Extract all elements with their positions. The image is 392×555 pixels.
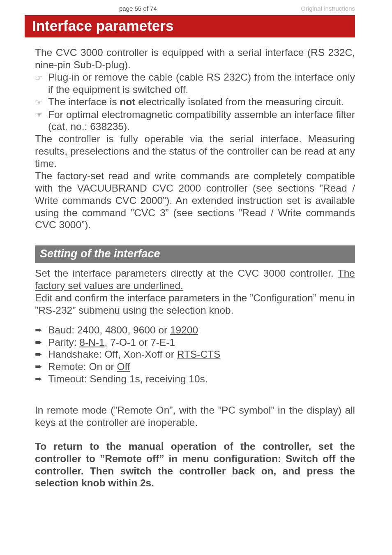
note-item: ☞ For optimal electromagnetic compatibil… <box>35 109 355 133</box>
text-fragment: electrically isolated from the measuring… <box>135 96 344 107</box>
page-header: page 55 of 74 Original instructions <box>0 0 392 14</box>
bold-paragraph: To return to the manual operation of the… <box>35 440 355 490</box>
arrow-icon: ➨ <box>35 361 48 373</box>
subsection-title: Setting of the interface <box>35 245 355 263</box>
page-indicator: page 55 of 74 <box>119 5 157 12</box>
note-item: ☞ The interface is not electrically isol… <box>35 96 355 109</box>
arrow-icon: ➨ <box>35 348 48 361</box>
arrow-icon: ➨ <box>35 324 48 336</box>
text-fragment: , 7-O-1 or 7-E-1 <box>105 337 175 348</box>
text-fragment: The interface is <box>48 96 120 107</box>
list-item: ➨ Handshake: Off, Xon-Xoff or RTS-CTS <box>35 348 355 361</box>
list-item: ➨ Remote: On or Off <box>35 361 355 373</box>
note-text: Plug-in or remove the cable (cable RS 23… <box>48 71 355 96</box>
body-paragraph: In remote mode (”Remote On”, with the ”P… <box>35 404 355 429</box>
hand-pointer-icon: ☞ <box>35 96 48 109</box>
bold-text: To return to the manual operation of the… <box>35 441 355 489</box>
list-text: Timeout: Sending 1s, receiving 10s. <box>48 373 355 385</box>
list-text: Remote: On or Off <box>48 361 355 373</box>
bold-text: not <box>120 96 135 107</box>
arrow-icon: ➨ <box>35 336 48 349</box>
text-fragment: Set the interface parameters directly at… <box>35 268 338 279</box>
main-content: The CVC 3000 controller is equipped with… <box>0 37 392 489</box>
note-text: The interface is not electrically isolat… <box>48 96 355 108</box>
note-text: For optimal electromagnetic compatibilit… <box>48 109 355 133</box>
underlined-text: Off <box>117 361 130 372</box>
hand-pointer-icon: ☞ <box>35 71 48 84</box>
list-text: Handshake: Off, Xon-Xoff or RTS-CTS <box>48 348 355 361</box>
body-paragraph: Set the interface parameters directly at… <box>35 267 355 292</box>
list-item: ➨ Parity: 8-N-1, 7-O-1 or 7-E-1 <box>35 336 355 349</box>
note-item: ☞ Plug-in or remove the cable (cable RS … <box>35 71 355 96</box>
text-fragment: Baud: 2400, 4800, 9600 or <box>48 324 170 335</box>
body-paragraph: The factory-set read and write commands … <box>35 170 355 231</box>
doc-type-label: Original instructions <box>301 5 355 12</box>
text-fragment: Handshake: Off, Xon-Xoff or <box>48 349 177 360</box>
body-paragraph: The controller is fully operable via the… <box>35 133 355 170</box>
underlined-text: 19200 <box>170 324 198 335</box>
list-item: ➨ Baud: 2400, 4800, 9600 or 19200 <box>35 324 355 336</box>
body-paragraph: Edit and confirm the interface parameter… <box>35 292 355 317</box>
intro-paragraph: The CVC 3000 controller is equipped with… <box>35 46 355 71</box>
text-fragment: Remote: On or <box>48 361 117 372</box>
underlined-text: 8-N-1 <box>79 337 104 348</box>
list-item: ➨ Timeout: Sending 1s, receiving 10s. <box>35 373 355 385</box>
text-fragment: Parity: <box>48 337 79 348</box>
section-title: Interface parameters <box>25 15 355 37</box>
hand-pointer-icon: ☞ <box>35 109 48 121</box>
list-text: Parity: 8-N-1, 7-O-1 or 7-E-1 <box>48 336 355 349</box>
arrow-icon: ➨ <box>35 373 48 385</box>
underlined-text: RTS-CTS <box>177 349 221 360</box>
list-text: Baud: 2400, 4800, 9600 or 19200 <box>48 324 355 336</box>
